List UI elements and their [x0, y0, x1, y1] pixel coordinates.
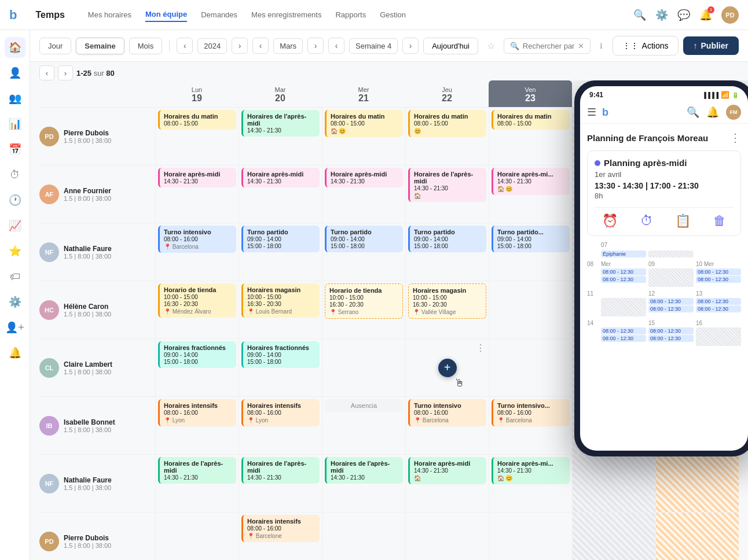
shift-card[interactable]: Turno intensivo... 08:00 - 16:00 📍 Barce…	[492, 399, 570, 426]
nav-mon-equipe[interactable]: Mon équipe	[145, 8, 187, 22]
shift-card[interactable]: Horario de tienda 10:00 - 15:00 16:30 - …	[158, 283, 236, 318]
shift-cell[interactable]: Turno intensivo... 08:00 - 16:00 📍 Barce…	[489, 397, 572, 455]
shift-card[interactable]: Horaires de l'après-midi 14:30 - 21:30	[241, 457, 320, 484]
nav-mes-enregistrements[interactable]: Mes enregistrements	[251, 8, 321, 21]
shift-cell[interactable]: Horaires de l'après-midi 14:30 - 21:30	[239, 455, 322, 513]
shift-cell[interactable]	[405, 513, 489, 560]
nav-gestion[interactable]: Gestion	[380, 8, 406, 21]
shift-card[interactable]: Horaires intensifs 08:00 - 16:00 📍 Lyon	[241, 399, 320, 426]
shift-cell[interactable]: Turno partido 09:00 - 14:00 15:00 - 18:0…	[239, 223, 322, 281]
publish-button[interactable]: ↑ Publier	[683, 36, 739, 55]
alarm-action-icon[interactable]: ⏱	[640, 213, 653, 229]
shift-cell[interactable]	[489, 281, 572, 339]
year-prev-button[interactable]: ‹	[177, 38, 193, 54]
shift-card[interactable]: Horaire après-midi 14:30 - 21:30	[241, 168, 320, 187]
shift-menu-icon[interactable]: ⋮	[476, 342, 485, 353]
mobile-menu-icon[interactable]: ☰	[587, 106, 596, 119]
shift-cell[interactable]: Horaire après-midi 14:30 - 21:30	[239, 165, 322, 223]
mobile-search-icon[interactable]: 🔍	[687, 106, 699, 119]
shift-card[interactable]: Turno partido 09:00 - 14:00 15:00 - 18:0…	[408, 226, 486, 252]
sidebar-icon-person[interactable]: 👤	[5, 62, 25, 83]
year-next-button[interactable]: ›	[232, 38, 248, 54]
favorite-icon[interactable]: ☆	[483, 38, 499, 54]
shift-cell[interactable]: Horaires du matin 08:00 - 15:00 🏠😊	[322, 108, 405, 165]
shift-cell[interactable]: Horaires du matin 08:00 - 15:00	[155, 108, 239, 165]
sidebar-icon-tag[interactable]: 🏷	[5, 266, 25, 287]
shift-cell[interactable]: + 🖱 ⋮	[405, 339, 489, 397]
nav-mes-horaires[interactable]: Mes horaires	[88, 8, 131, 21]
week-prev-button[interactable]: ‹	[328, 38, 344, 54]
shift-cell[interactable]: Turno partido 09:00 - 14:00 15:00 - 18:0…	[405, 223, 489, 281]
month-selector[interactable]: Mars	[273, 38, 303, 54]
mobile-bell-icon[interactable]: 🔔	[706, 106, 719, 119]
mobile-avatar[interactable]: FM	[726, 105, 741, 120]
shift-cell[interactable]: Ausencia	[322, 397, 405, 455]
user-avatar[interactable]: PD	[721, 6, 739, 24]
sidebar-icon-star[interactable]: ⭐	[5, 241, 25, 261]
sidebar-icon-clock[interactable]: ⏱	[5, 164, 25, 185]
shift-cell[interactable]: Horaire après-midi 14:30 - 21:30	[322, 165, 405, 223]
sidebar-icon-people[interactable]: 👥	[5, 88, 25, 109]
shift-card[interactable]: Horario de tienda 10:00 - 15:00 16:30 - …	[325, 283, 403, 319]
shift-cell[interactable]	[322, 339, 405, 397]
sidebar-icon-person-plus[interactable]: 👤+	[5, 317, 25, 338]
shift-cell[interactable]	[489, 339, 572, 397]
sidebar-icon-home[interactable]: 🏠	[5, 37, 25, 58]
today-button[interactable]: Aujourd'hui	[423, 38, 478, 54]
actions-button[interactable]: ⋮⋮ Actions	[613, 36, 679, 56]
chat-icon[interactable]: 💬	[677, 9, 690, 21]
pagination-prev-button[interactable]: ‹	[39, 65, 54, 80]
shift-cell[interactable]: Horario de tienda 10:00 - 15:00 16:30 - …	[322, 281, 405, 339]
shift-card[interactable]: Horaires magasin 10:00 - 15:00 16:30 - 2…	[241, 283, 320, 318]
shift-card[interactable]: Horaire après-mi... 14:30 - 21:30 🏠😊	[492, 168, 570, 195]
shift-cell[interactable]: Horaire après-mi... 14:30 - 21:30 🏠😊	[489, 165, 572, 223]
sidebar-icon-chart[interactable]: 📊	[5, 113, 25, 134]
shift-card[interactable]: Horaires fractionnés 09:00 - 14:00 15:00…	[158, 341, 236, 368]
shift-cell[interactable]: Turno intensivo 08:00 - 16:00 📍 Barcelon…	[155, 223, 239, 281]
shift-cell[interactable]	[322, 513, 405, 560]
nav-demandes[interactable]: Demandes	[201, 8, 237, 21]
shift-cell[interactable]: Horaires fractionnés 09:00 - 14:00 15:00…	[239, 339, 322, 397]
view-mois-button[interactable]: Mois	[129, 38, 162, 54]
copy-action-icon[interactable]: 📋	[675, 213, 691, 229]
notification-icon[interactable]: 🔔 1	[699, 9, 712, 21]
shift-card[interactable]: Turno partido 09:00 - 14:00 15:00 - 18:0…	[325, 226, 403, 252]
shift-card[interactable]: Horaires magasin 10:00 - 15:00 16:30 - 2…	[408, 283, 486, 319]
year-selector[interactable]: 2024	[197, 38, 227, 54]
shift-card[interactable]: Horaires intensifs 08:00 - 16:00 📍 Lyon	[158, 399, 236, 426]
shift-cell[interactable]: Horaires magasin 10:00 - 15:00 16:30 - 2…	[239, 281, 322, 339]
info-icon[interactable]: ℹ	[595, 39, 608, 52]
shift-card[interactable]: Horaires intensifs 08:00 - 16:00 📍 Barce…	[241, 515, 320, 542]
shift-cell[interactable]: Turno intensivo 08:00 - 16:00 📍 Barcelon…	[405, 397, 489, 455]
view-semaine-button[interactable]: Semaine	[76, 38, 124, 54]
pagination-next-button[interactable]: ›	[58, 65, 73, 80]
shift-cell[interactable]: Horaires de l'après-midi 14:30 - 21:30	[155, 455, 239, 513]
mobile-options-icon[interactable]: ⋮	[729, 131, 741, 145]
shift-card[interactable]: Horaires du matin 08:00 - 15:00 😊	[408, 110, 486, 137]
shift-card[interactable]: Horaires de l'après-midi 14:30 - 21:30	[241, 110, 320, 137]
week-selector[interactable]: Semaine 4	[349, 38, 398, 54]
shift-cell[interactable]: Turno partido... 09:00 - 14:00 15:00 - 1…	[489, 223, 572, 281]
shift-cell[interactable]: Horaires de l'après-midi 14:30 - 21:30	[322, 455, 405, 513]
shift-card[interactable]: Horaires de l'après-midi 14:30 - 21:30 🏠	[408, 168, 486, 202]
shift-cell[interactable]: Turno partido 09:00 - 14:00 15:00 - 18:0…	[322, 223, 405, 281]
add-shift-button[interactable]: +	[438, 359, 457, 377]
month-next-button[interactable]: ›	[307, 38, 324, 54]
search-box[interactable]: 🔍 ✕	[504, 38, 591, 54]
shift-cell[interactable]: Horaires magasin 10:00 - 15:00 16:30 - 2…	[405, 281, 489, 339]
clear-icon[interactable]: ✕	[578, 42, 584, 50]
sidebar-icon-settings[interactable]: ⚙️	[5, 292, 25, 312]
nav-rapports[interactable]: Rapports	[335, 8, 366, 21]
shift-cell[interactable]: Horaires de l'après-midi 14:30 - 21:30	[239, 108, 322, 165]
shift-cell[interactable]: Horaires intensifs 08:00 - 16:00 📍 Barce…	[239, 513, 322, 560]
shift-cell[interactable]: Horaires intensifs 08:00 - 16:00 📍 Lyon	[239, 397, 322, 455]
shift-cell[interactable]: Horario de tienda 10:00 - 15:00 16:30 - …	[155, 281, 239, 339]
shift-card[interactable]: Turno partido... 09:00 - 14:00 15:00 - 1…	[492, 226, 570, 252]
shift-card[interactable]: Turno partido 09:00 - 14:00 15:00 - 18:0…	[241, 226, 320, 252]
shift-card[interactable]: Turno intensivo 08:00 - 16:00 📍 Barcelon…	[158, 226, 236, 253]
week-next-button[interactable]: ›	[402, 38, 419, 54]
shift-cell[interactable]: Horaires du matin 08:00 - 15:00	[489, 108, 572, 165]
shift-card[interactable]: Horaire après-midi 14:30 - 21:30	[158, 168, 236, 187]
shift-card[interactable]: Horaires de l'après-midi 14:30 - 21:30	[158, 457, 236, 484]
shift-card[interactable]: Horaire après-midi 14:30 - 21:30 🏠	[408, 457, 486, 484]
